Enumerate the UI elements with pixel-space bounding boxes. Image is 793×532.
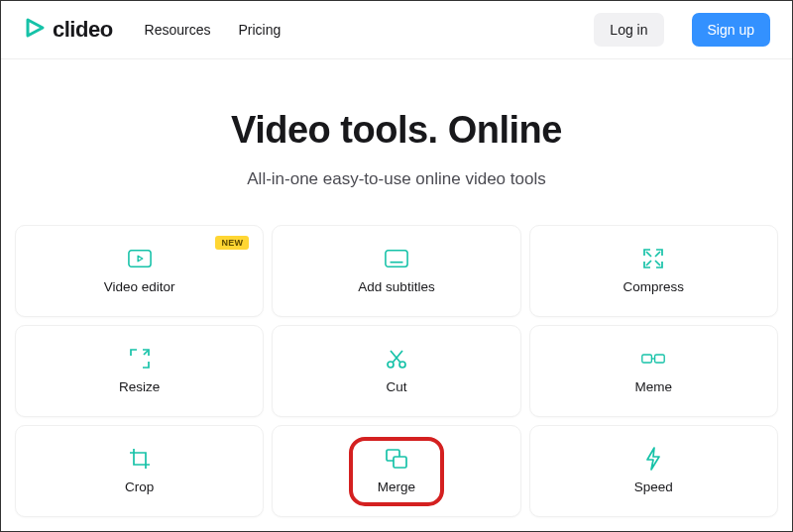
svg-rect-6	[655, 355, 665, 363]
signup-button[interactable]: Sign up	[692, 13, 770, 47]
tool-card-meme[interactable]: Meme	[529, 325, 778, 417]
header: clideo Resources Pricing Log in Sign up	[1, 1, 792, 59]
play-triangle-icon	[23, 16, 47, 44]
nav-pricing[interactable]: Pricing	[239, 22, 282, 38]
tool-card-speed[interactable]: Speed	[529, 425, 778, 517]
resize-icon	[128, 348, 152, 370]
tool-card-resize[interactable]: Resize	[15, 325, 264, 417]
page-subtitle: All-in-one easy-to-use online video tool…	[21, 169, 772, 189]
subtitles-icon	[385, 248, 408, 269]
logo[interactable]: clideo	[23, 16, 113, 44]
tool-card-crop[interactable]: Crop	[15, 425, 264, 517]
highlight-ring	[349, 437, 444, 506]
tool-label: Crop	[125, 479, 154, 494]
tool-card-add-subtitles[interactable]: Add subtitles	[272, 225, 520, 317]
tool-card-compress[interactable]: Compress	[529, 225, 778, 317]
compress-icon	[641, 248, 665, 269]
tool-card-merge[interactable]: Merge	[272, 425, 520, 517]
tool-label: Compress	[623, 279, 685, 294]
tool-label: Video editor	[104, 279, 175, 294]
crop-icon	[128, 448, 152, 470]
new-badge: NEW	[215, 236, 249, 250]
merge-icon	[385, 448, 408, 470]
tool-label: Resize	[119, 379, 160, 394]
svg-rect-5	[642, 355, 652, 363]
page-title: Video tools. Online	[21, 109, 772, 152]
tool-label: Cut	[386, 379, 406, 394]
svg-rect-9	[394, 457, 406, 468]
svg-rect-0	[129, 251, 151, 267]
scissors-icon	[385, 348, 408, 370]
brand-text: clideo	[53, 17, 113, 43]
tool-card-cut[interactable]: Cut	[272, 325, 520, 417]
tools-grid: NEW Video editor Add subtitles	[1, 225, 792, 531]
tool-label: Add subtitles	[358, 279, 434, 294]
hero: Video tools. Online All-in-one easy-to-u…	[1, 59, 792, 225]
tool-label: Meme	[635, 379, 673, 394]
tool-label: Merge	[378, 479, 415, 494]
tool-label: Speed	[634, 479, 673, 494]
tool-card-video-editor[interactable]: NEW Video editor	[15, 225, 264, 317]
lightning-icon	[641, 448, 665, 470]
login-button[interactable]: Log in	[594, 13, 663, 47]
nav-resources[interactable]: Resources	[145, 22, 211, 38]
meme-icon	[641, 348, 665, 370]
svg-rect-1	[386, 251, 407, 267]
video-editor-icon	[128, 248, 152, 269]
